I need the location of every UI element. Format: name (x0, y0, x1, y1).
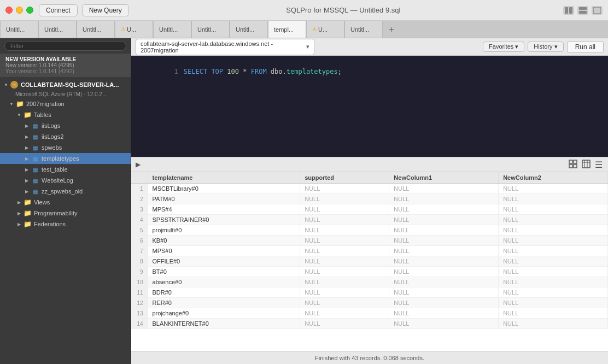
arrow-views-icon: ▶ (15, 200, 23, 205)
query-editor[interactable]: 1SELECT TOP 100 * FROM dbo.templatetypes… (131, 56, 608, 157)
sidebar-item-server[interactable]: ▼ COLLABTEAM-SQL-SERVER-LA... (0, 79, 131, 90)
sidebar-item-templatetypes[interactable]: ▶ ▦ templatetypes (0, 153, 131, 164)
favorites-button[interactable]: Favorites ▾ (483, 42, 524, 52)
programmability-label: Programmability (34, 210, 131, 216)
add-tab-button[interactable]: + (384, 22, 399, 37)
play-icon[interactable]: ▶ (136, 161, 141, 168)
table-row[interactable]: 5 projmulti#0 NULL NULL NULL (131, 225, 608, 236)
tab-2[interactable]: Untitl... (38, 21, 77, 38)
cell-supported: NULL (300, 319, 389, 329)
update-banner: NEW VERSION AVAILABLE New version: 1.0.1… (0, 54, 131, 77)
results-toolbar-left: ▶ (136, 161, 141, 168)
cell-supported: NULL (300, 246, 389, 256)
table-icon-6: ▦ (31, 176, 39, 185)
table-row[interactable]: 10 absence#0 NULL NULL NULL (131, 277, 608, 287)
arrow-templatetypes-icon: ▶ (23, 156, 31, 161)
table-row[interactable]: 14 BLANKINTERNET#0 NULL NULL NULL (131, 319, 608, 329)
cell-newcol1: NULL (389, 319, 499, 329)
arrow-zz_spwebs_old-icon: ▶ (23, 189, 31, 194)
table-row[interactable]: 9 BT#0 NULL NULL NULL (131, 267, 608, 277)
table-row[interactable]: 11 BDR#0 NULL NULL NULL (131, 287, 608, 298)
spwebs-label: spwebs (42, 144, 131, 151)
tabs-bar: Untitl... Untitl... Untitl... ⚠ U... Unt… (0, 21, 608, 38)
fullscreen-icon[interactable] (592, 6, 603, 15)
cell-templatename: OFFILE#0 (148, 256, 300, 267)
window-title: SQLPro for MSSQL — Untitled 9.sql (129, 6, 558, 14)
table-header-supported: supported (300, 172, 389, 184)
grid-view-icon[interactable] (568, 158, 578, 171)
table-row[interactable]: 4 SPSSTKTRAINER#0 NULL NULL NULL (131, 215, 608, 225)
cell-newcol2: NULL (499, 298, 608, 308)
sidebar-item-WebsiteLog[interactable]: ▶ ▦ WebsiteLog (0, 175, 131, 186)
sidebar-item-tables[interactable]: ▼ 📁 Tables (0, 109, 131, 120)
table-view-icon[interactable] (581, 158, 592, 171)
table-row[interactable]: 13 projchange#0 NULL NULL NULL (131, 308, 608, 319)
cell-templatename: MPS#0 (148, 246, 300, 256)
status-bar: Finished with 43 records. 0.068 seconds. (131, 351, 608, 364)
tab-9[interactable]: ⚠ U... (306, 21, 344, 38)
tab-10[interactable]: Untitl... (344, 21, 383, 38)
tab-5[interactable]: Untitl... (153, 21, 191, 38)
sidebar-item-server-subtitle: Microsoft SQL Azure (RTM) - 12.0.2... (0, 90, 131, 98)
cell-newcol1: NULL (389, 287, 499, 298)
update-your-version: Your version: 1.0.141 (4292) (5, 68, 125, 74)
sidebar-item-2007migration[interactable]: ▼ 📁 2007migration (0, 98, 131, 109)
sidebar-item-federations[interactable]: ▶ 📁 Federations (0, 219, 131, 230)
row-num: 5 (131, 225, 148, 236)
db-selector[interactable]: collabteam-sql-server-lab.database.windo… (136, 39, 314, 55)
table-row[interactable]: 1 MSCBTLibrary#0 NULL NULL NULL (131, 184, 608, 194)
sidebar-item-iisLogs[interactable]: ▶ ▦ iisLogs (0, 120, 131, 131)
run-all-button[interactable]: Run all (567, 41, 604, 53)
iisLogs-label: iisLogs (42, 122, 131, 129)
results-container[interactable]: templatename supported NewColumn1 NewCol… (131, 172, 608, 351)
connect-button[interactable]: Connect (39, 4, 78, 16)
sidebar-item-test_table[interactable]: ▶ ▦ test_table (0, 164, 131, 175)
maximize-button[interactable] (26, 7, 33, 14)
arrow-icon: ▼ (2, 83, 10, 87)
tab-4[interactable]: ⚠ U... (115, 21, 153, 38)
query-toolbar: collabteam-sql-server-lab.database.windo… (131, 38, 608, 56)
iisLogs2-label: iisLogs2 (42, 133, 131, 140)
row-num: 1 (131, 184, 148, 194)
arrow-tables-icon: ▼ (15, 113, 23, 118)
table-row[interactable]: 6 KB#0 NULL NULL NULL (131, 236, 608, 246)
sidebar-item-spwebs[interactable]: ▶ ▦ spwebs (0, 142, 131, 153)
cell-newcol1: NULL (389, 204, 499, 215)
sidebar-item-views[interactable]: ▶ 📁 Views (0, 197, 131, 208)
cell-supported: NULL (300, 287, 389, 298)
menu-icon[interactable]: ☰ (594, 158, 604, 171)
arrow-test_table-icon: ▶ (23, 167, 31, 172)
cell-templatename: projchange#0 (148, 308, 300, 319)
table-row[interactable]: 12 RER#0 NULL NULL NULL (131, 298, 608, 308)
prog-folder-icon: 📁 (23, 209, 32, 218)
tab-8[interactable]: templ... (268, 21, 306, 38)
cell-newcol1: NULL (389, 246, 499, 256)
split-view-icon[interactable] (563, 6, 574, 15)
table-row[interactable]: 7 MPS#0 NULL NULL NULL (131, 246, 608, 256)
table-row[interactable]: 2 PATM#0 NULL NULL NULL (131, 194, 608, 204)
new-query-button[interactable]: New Query (82, 4, 129, 16)
tab-3[interactable]: Untitl... (77, 21, 115, 38)
history-button[interactable]: History ▾ (528, 42, 563, 52)
table-row[interactable]: 3 MPS#4 NULL NULL NULL (131, 204, 608, 215)
tab-7[interactable]: Untitl... (230, 21, 268, 38)
search-input[interactable] (4, 41, 126, 51)
tables-label: Tables (34, 111, 131, 118)
cell-newcol2: NULL (499, 194, 608, 204)
sidebar-item-programmability[interactable]: ▶ 📁 Programmability (0, 208, 131, 219)
table-row[interactable]: 8 OFFILE#0 NULL NULL NULL (131, 256, 608, 267)
tile-view-icon[interactable] (577, 6, 588, 15)
cell-templatename: PATM#0 (148, 194, 300, 204)
tab-1[interactable]: Untitl... (0, 21, 38, 38)
minimize-button[interactable] (16, 7, 23, 14)
cell-newcol2: NULL (499, 246, 608, 256)
views-folder-icon: 📁 (23, 198, 32, 207)
sidebar: NEW VERSION AVAILABLE New version: 1.0.1… (0, 38, 131, 364)
tab-6[interactable]: Untitl... (191, 21, 230, 38)
sidebar-item-iisLogs2[interactable]: ▶ ▦ iisLogs2 (0, 131, 131, 142)
content-area: collabteam-sql-server-lab.database.windo… (131, 38, 608, 364)
sidebar-item-zz_spwebs_old[interactable]: ▶ ▦ zz_spwebs_old (0, 186, 131, 197)
close-button[interactable] (5, 7, 13, 14)
arrow-WebsiteLog-icon: ▶ (23, 178, 31, 183)
fed-folder-icon: 📁 (23, 220, 32, 228)
